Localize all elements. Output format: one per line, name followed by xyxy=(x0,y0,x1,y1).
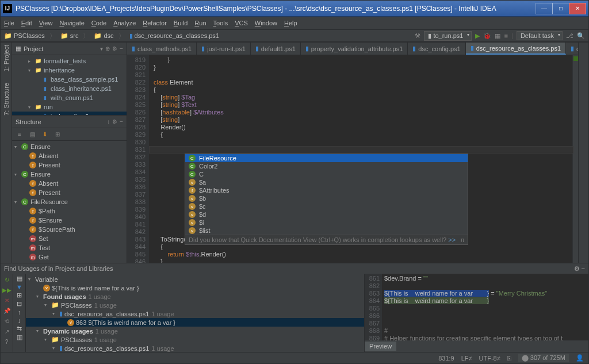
find-result-item[interactable]: ▾Found usages1 usage xyxy=(26,292,364,301)
editor-tab[interactable]: ▮dsc_resource_as_classes.ps1 xyxy=(466,43,566,55)
hint-link[interactable]: >> xyxy=(448,236,456,243)
editor-tab[interactable]: ▮just-run-it.ps1 xyxy=(197,43,251,55)
structure-item[interactable]: mSet xyxy=(12,234,127,243)
completion-item[interactable]: v$a xyxy=(185,178,468,186)
structure-item[interactable]: f$Ensure xyxy=(12,216,127,225)
find-result-item[interactable]: ▾📁PSClasses1 usage xyxy=(26,301,364,309)
menu-run[interactable]: Run xyxy=(194,20,206,26)
maximize-button[interactable]: □ xyxy=(552,3,569,14)
completion-item[interactable]: v$list xyxy=(185,227,468,235)
find-result-item[interactable]: ▾Variable xyxy=(26,275,364,283)
hide-icon[interactable]: − xyxy=(120,118,123,125)
expand-icon[interactable]: ⊞ xyxy=(52,129,63,140)
menu-navigate[interactable]: Navigate xyxy=(59,20,84,26)
structure-item[interactable]: f$SourcePath xyxy=(12,225,127,234)
version-control-icon[interactable]: ⎇ xyxy=(566,32,573,40)
hide-icon[interactable]: − xyxy=(120,45,123,52)
history-icon[interactable]: ⟲ xyxy=(2,316,12,325)
collapse-icon[interactable]: ⊟ xyxy=(17,300,22,308)
export-icon[interactable]: ↗ xyxy=(2,327,12,336)
run-config-combo[interactable]: ▮ to_run.ps1 xyxy=(424,31,472,41)
line-separator[interactable]: LF≠ xyxy=(461,355,472,362)
debug-button[interactable]: 🐞 xyxy=(483,32,491,40)
structure-tree[interactable]: ▾CEnsurefAbsentfPresent▾CEnsurefAbsentfP… xyxy=(12,141,127,263)
breadcrumb-item[interactable]: 📁 PSClasses xyxy=(4,32,45,40)
menu-code[interactable]: Code xyxy=(91,20,106,26)
structure-item[interactable]: mGet xyxy=(12,252,127,262)
search-everywhere-icon[interactable]: 🔍 xyxy=(577,32,585,40)
sort-alpha-icon[interactable]: ≡ xyxy=(14,129,25,140)
stop-button[interactable]: ■ xyxy=(504,32,508,39)
menu-file[interactable]: File xyxy=(4,20,14,26)
autoscroll-icon[interactable]: ⬇ xyxy=(40,129,50,140)
menu-edit[interactable]: Edit xyxy=(21,20,32,26)
completion-item[interactable]: v$i xyxy=(185,219,468,227)
settings-icon[interactable]: ⚙ xyxy=(574,265,580,273)
build-icon[interactable]: ⚒ xyxy=(415,32,420,40)
project-tree-item[interactable]: ▸📁formatter_tests xyxy=(12,56,127,66)
menu-tools[interactable]: Tools xyxy=(213,20,228,26)
file-encoding[interactable]: UTF-8≠ xyxy=(479,355,500,362)
find-result-item[interactable]: ▾📁PSClasses1 usage xyxy=(26,335,364,344)
menu-window[interactable]: Window xyxy=(255,20,277,26)
structure-item[interactable]: ▾CFileResource xyxy=(12,197,127,206)
preview-tab[interactable]: Preview xyxy=(365,342,396,351)
expand-icon[interactable]: ⊞ xyxy=(17,292,22,299)
structure-item[interactable]: ▾CEnsure xyxy=(12,170,127,179)
editor-tab[interactable]: ▮default1.ps1 xyxy=(251,43,301,55)
coverage-icon[interactable]: ▦ xyxy=(495,32,500,40)
menu-refactor[interactable]: Refactor xyxy=(143,20,167,26)
menu-vcs[interactable]: VCS xyxy=(235,20,248,26)
menu-analyze[interactable]: Analyze xyxy=(113,20,136,26)
collapse-icon[interactable]: ▾ xyxy=(100,45,103,52)
sort-icon[interactable]: ↕ xyxy=(107,118,110,125)
minimize-button[interactable]: — xyxy=(536,3,553,14)
hide-icon[interactable]: − xyxy=(582,265,585,272)
project-tree[interactable]: ▸📁formatter_tests▾📁inheritance▮base_clas… xyxy=(12,55,127,115)
structure-tool-button[interactable]: 7: Structure xyxy=(3,83,10,116)
stop-icon[interactable]: ▶▶ xyxy=(2,285,12,294)
menu-build[interactable]: Build xyxy=(174,20,188,26)
project-tree-item[interactable]: ▮class_inheritance.ps1 xyxy=(12,84,127,93)
structure-item[interactable]: ▾CEnsure xyxy=(12,142,127,151)
completion-popup[interactable]: CFileResourceCColor2CCv$af$Attributesv$b… xyxy=(185,154,468,245)
prev-icon[interactable]: ↑ xyxy=(18,309,21,316)
next-icon[interactable]: ↓ xyxy=(18,317,21,324)
pin-icon[interactable]: 📌 xyxy=(2,306,12,315)
find-result-item[interactable]: v${This is weird name for a var } xyxy=(26,283,364,292)
structure-item[interactable]: fPresent xyxy=(12,188,127,197)
structure-item[interactable]: mTest xyxy=(12,243,127,252)
project-tree-item[interactable]: ▮with_enum.ps1 xyxy=(12,93,127,102)
project-tree-item[interactable]: ▾📁run xyxy=(12,102,127,112)
filter-icon[interactable]: ▼ xyxy=(16,283,22,290)
memory-indicator[interactable]: ⬤ 307 of 725M xyxy=(518,354,569,362)
structure-item[interactable]: f$Path xyxy=(12,206,127,216)
completion-item[interactable]: v$b xyxy=(185,194,468,202)
default-task-combo[interactable]: Default task xyxy=(517,31,563,40)
find-result-item[interactable]: ▾▮dsc_resource_as_classes.ps11 usage xyxy=(26,344,364,352)
project-tree-item[interactable]: ▾📁inheritance xyxy=(12,66,127,75)
caret-position[interactable]: 831:9 xyxy=(438,355,454,362)
help-icon[interactable]: ? xyxy=(2,337,12,346)
structure-item[interactable]: fAbsent xyxy=(12,179,127,188)
menu-help[interactable]: Help xyxy=(284,20,297,26)
completion-item[interactable]: f$Attributes xyxy=(185,186,468,194)
structure-item[interactable]: fAbsent xyxy=(12,151,127,160)
editor-tab[interactable]: ▮class_methods.ps1 xyxy=(127,43,197,55)
project-tool-button[interactable]: 1: Project xyxy=(3,45,10,71)
preview-editor[interactable]: 861 862 863 864 865 866 867 868 869 $dev… xyxy=(365,274,588,340)
project-gear-icon[interactable]: ▦ xyxy=(16,45,21,52)
structure-item[interactable]: fPresent xyxy=(12,160,127,170)
gutter[interactable]: 819 820 821 822 823 824 825 826 827 828 … xyxy=(127,55,149,263)
hector-icon[interactable]: 👤 xyxy=(576,354,584,362)
run-button[interactable]: ▶ xyxy=(475,32,480,40)
close-button[interactable]: ✕ xyxy=(569,3,586,14)
breadcrumb-item[interactable]: 📁 src xyxy=(60,32,79,40)
completion-item[interactable]: CColor2 xyxy=(185,162,468,170)
completion-item[interactable]: v$c xyxy=(185,202,468,210)
editor-tab[interactable]: ▮dsc_config.ps1 xyxy=(408,43,465,55)
completion-item[interactable]: v$d xyxy=(185,210,468,219)
menu-view[interactable]: View xyxy=(39,20,53,26)
find-results-tree[interactable]: ▾Variablev${This is weird name for a var… xyxy=(26,274,364,352)
editor-tab[interactable]: ▮property_validation_attribute.ps1 xyxy=(301,43,408,55)
